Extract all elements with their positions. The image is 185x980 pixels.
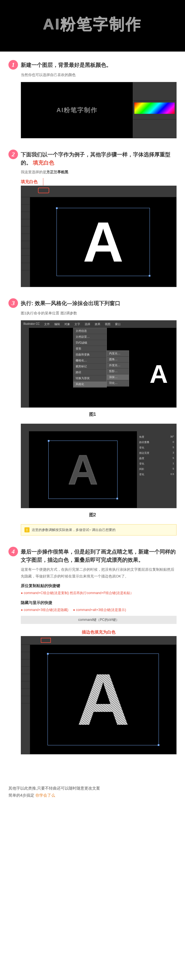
color-spectrum-icon <box>134 103 175 114</box>
menu-item: 变形 <box>73 346 107 352</box>
letter-preview-A: A <box>150 360 168 389</box>
stroke-white-callout: 描边色填充为白色 <box>21 630 177 635</box>
warning-callout: ! 这里的参数调解按实际效果，多做尝试~ 调出自己想要的 <box>21 524 177 536</box>
step-2: 2 下面我们以一个字作为例子，其他字步骤一样，字体选择厚重型的。 填充白色 我这… <box>8 150 177 287</box>
menu-item: 转换为形状 <box>73 375 107 382</box>
param-row: 角度30° <box>139 435 174 439</box>
ss2-tool-palette <box>21 197 30 287</box>
ss1-preview-text: AI粉笔字制作 <box>57 106 98 115</box>
stylize-submenu: 内发光… 圆角… 外发光… 投影… 涂抹… 羽化… <box>107 350 129 387</box>
ss3b-menubar <box>21 424 176 431</box>
chalk-final-letter: A <box>77 657 130 742</box>
figure-1-label: 图1 <box>8 412 177 417</box>
outro-line2: 简单的4步搞定 你学会了么 <box>8 792 177 799</box>
scribble-options-panel: 角度30° 路径重叠0 变化5 描边宽度3 曲度5 变化1 间距5 变化0.5 <box>137 431 176 508</box>
step-2-title: 下面我们以一个字作为例子，其他字步骤一样，字体选择厚重型的。 填充白色 <box>21 151 177 167</box>
param-row: 变化1 <box>139 462 174 466</box>
step-4-title: 最后一步操作很简单，但是起到了画龙点睛之笔，新建一个同样的文字图层，描边白色，重… <box>21 548 177 564</box>
ss2-canvas: A <box>30 197 176 287</box>
ss3b-tools <box>21 431 29 508</box>
content: 1 新建一个图层，背景最好是黑板颜色。 当然你也可以选择自己喜欢的颜色 AI粉笔… <box>0 52 185 777</box>
submenu-item: 内发光… <box>107 351 129 356</box>
param-row: 间距5 <box>139 467 174 471</box>
step-badge-1: 1 <box>8 60 18 70</box>
ss4-canvas: A <box>30 645 176 754</box>
ss1-panel-top <box>133 82 176 101</box>
page-title: AI粉笔字制作 <box>0 14 185 35</box>
ss1-panel-bot <box>133 119 176 138</box>
menu-item: 栅格化… <box>73 358 107 364</box>
ss3b-canvas: A <box>29 431 137 508</box>
step-badge-3: 3 <box>8 298 18 308</box>
warning-text: 这里的参数调解按实际效果，多做尝试~ 调出自己想要的 <box>32 528 115 532</box>
ss3a-canvas: 文档信息 文档设置… SVG滤镜 变形 扭曲和变换 栅格化… 裁剪标记 路径 转… <box>29 328 176 407</box>
menu-item: 裁剪标记 <box>73 364 107 369</box>
fill-swatch-highlight-icon <box>38 188 49 193</box>
warning-icon: ! <box>24 527 30 532</box>
submenu-item: 羽化… <box>107 380 129 386</box>
hero-banner: AI粉笔字制作 <box>0 0 185 52</box>
step-4: 4 最后一步操作很简单，但是起到了画龙点睛之笔，新建一个同样的文字图层，描边白色… <box>8 547 177 754</box>
menu-item: 文档信息 <box>73 328 107 334</box>
kb2-line: ● command+3组合键(这是隐藏) ● command+alt+3组合键(… <box>21 607 177 613</box>
step-3: 3 执行: 效果—风格化—涂抹会出现下列窗口 图1执行命令的菜单位置 图2调参数… <box>8 298 177 536</box>
step-4-body: 这里有一个便捷的方式，在执行完第二步的时候，把没有执行涂抹的文字图层原位复制粘贴… <box>21 566 177 579</box>
submenu-item: 投影… <box>107 368 129 374</box>
screenshot-3a: Illustrator CC文件编辑对象文字选择效果视图窗口 文档信息 文档设置… <box>21 320 177 407</box>
ss1-color-panel <box>133 101 176 119</box>
kb1-title: 原位复制粘贴的快捷键 <box>21 583 177 589</box>
chalk-letter-A: A <box>68 445 98 494</box>
screenshot-3b: A 角度30° 路径重叠0 变化5 描边宽度3 曲度5 变化1 间距5 变化0.… <box>21 424 177 508</box>
menu-item: 文档设置… <box>73 334 107 340</box>
menu-item: SVG滤镜 <box>73 340 107 346</box>
kb1-line: ● command+C组合键(这是复制) 然后再执行command+F组合键(这… <box>21 590 177 597</box>
ss1-panels <box>133 82 176 138</box>
ss2-toolbar <box>21 186 176 197</box>
outro-line1: 其他字以此类推,只要不转曲还可以随时随意更改文案 <box>8 785 177 792</box>
step-3-title: 执行: 效果—风格化—涂抹会出现下列窗口 <box>21 299 177 308</box>
step-2-font-name: 方正兰亭粗黑 <box>46 170 68 174</box>
fill-white-callout: 填充白色 <box>21 179 177 185</box>
ss4-tools <box>21 645 30 754</box>
menu-item-stylize: 风格化 <box>73 382 107 387</box>
ss3a-tools <box>21 328 29 407</box>
menu-item: 路径 <box>73 369 107 375</box>
fill-white-label: 填充白色 <box>21 179 38 185</box>
step-2-note-a: 我这里选择的是 <box>21 170 46 174</box>
screenshot-1: AI粉笔字制作 <box>21 82 177 138</box>
step-1-title: 新建一个图层，背景最好是黑板颜色。 <box>21 61 177 69</box>
submenu-item-scribble: 涂抹… <box>107 374 129 380</box>
outro-line2a: 简单的4步搞定 <box>8 793 35 797</box>
kb2-title: 隐藏与显示的快捷 <box>21 600 177 605</box>
menu-item: 扭曲和变换 <box>73 352 107 358</box>
effect-dropdown: 文档信息 文档设置… SVG滤镜 变形 扭曲和变换 栅格化… 裁剪标记 路径 转… <box>73 328 107 388</box>
submenu-item: 圆角… <box>107 356 129 363</box>
outro-accent: 你学会了么 <box>35 793 55 797</box>
figure-2-label: 图2 <box>8 512 177 518</box>
step-1-note: 当然你也可以选择自己喜欢的颜色 <box>21 72 177 78</box>
command-key-note: command键（PC的ctrl键） <box>21 616 177 624</box>
param-row: 曲度5 <box>139 457 174 460</box>
step-badge-2: 2 <box>8 150 18 159</box>
step-3-note: 图1执行命令的菜单位置 图2调参数 <box>21 310 177 317</box>
selection-box-icon <box>57 208 150 276</box>
callout-line-icon <box>43 178 43 186</box>
step-badge-4: 4 <box>8 547 18 556</box>
param-row: 路径重叠0 <box>139 441 174 444</box>
step-2-title-b: 填充白色 <box>33 160 54 165</box>
screenshot-2: A <box>21 186 177 287</box>
screenshot-4: A <box>21 636 177 754</box>
stroke-swatch-highlight-icon <box>41 638 51 643</box>
ss4-toolbar <box>21 636 176 645</box>
param-row: 变化0.5 <box>139 473 174 476</box>
param-row: 描边宽度3 <box>139 451 174 455</box>
outro: 其他字以此类推,只要不转曲还可以随时随意更改文案 简单的4步搞定 你学会了么 <box>0 777 185 810</box>
step-2-note: 我这里选择的是方正兰亭粗黑 <box>21 169 177 175</box>
ss1-canvas: AI粉笔字制作 <box>21 82 133 138</box>
ss3a-menubar: Illustrator CC文件编辑对象文字选择效果视图窗口 <box>21 321 176 328</box>
submenu-item: 外发光… <box>107 363 129 368</box>
step-4-p1: 这里有一个便捷的方式，在执行完第二步的时候，把没有执行涂抹的文字图层原位复制粘贴… <box>21 566 177 579</box>
param-row: 变化5 <box>139 446 174 450</box>
step-1: 1 新建一个图层，背景最好是黑板颜色。 当然你也可以选择自己喜欢的颜色 AI粉笔… <box>8 60 177 138</box>
